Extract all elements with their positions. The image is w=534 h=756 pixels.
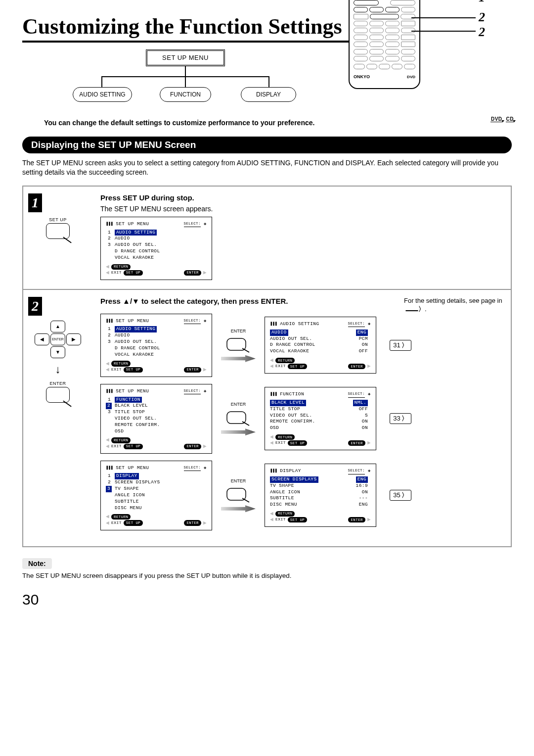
enter-button-label: ENTER [46,381,70,386]
page-ref-intro: For the setting details, see page in 〉. [404,297,503,314]
step-1-subtext: The SET UP MENU screen appears. [100,205,503,213]
step-2-number: 2 [28,297,42,316]
setup-button-icon [46,223,70,239]
enter-button-icon [226,335,250,353]
remote-control-illustration: ONKYODVD [349,0,420,89]
enter-button-icon [226,485,250,503]
callout-1: 1 [479,0,485,5]
note-text: The SET UP MENU screen disappears if you… [22,572,512,579]
page-ref-num: 33 [390,413,411,424]
flow-row: ❚❚❚SET UP MENUSELECT:✚1DISPLAY2SCREEN DI… [100,461,503,530]
step-1-number: 1 [28,193,42,212]
step-2: 2 ▲ ◀ENTER▶ ▼ ↓ ENTER Press ▲/▼ to selec… [23,289,511,546]
flow-arrow: ENTER [219,478,258,512]
step-1: 1 SET UP Press SET UP during stop. The S… [23,187,511,289]
flow-row: ❚❚❚SET UP MENUSELECT:✚1FUNCTION2BLACK LE… [100,384,503,454]
tree-leaf-display: DISPLAY [241,87,296,102]
setup-button-label: SET UP [46,217,70,222]
flow-right-osd: ❚❚❚AUDIO SETTINGSELECT:✚AUDIOENGAUDIO OU… [265,317,376,374]
note-label: Note: [22,558,52,569]
tree-root: SET UP MENU [146,49,225,66]
tree-leaf-function: FUNCTION [160,87,211,102]
preference-text: You can change the default settings to c… [44,119,327,127]
enter-button-icon [226,409,250,426]
page-number: 30 [22,591,512,608]
flow-left-osd: ❚❚❚SET UP MENUSELECT:✚1DISPLAY2SCREEN DI… [100,461,212,530]
media-badges: DVDCD [490,116,514,122]
flow-right-osd: ❚❚❚DISPLAYSELECT:✚SCREEN DISPLAYSENGTV S… [265,464,376,527]
callout-2b: 2 [479,25,485,40]
flow-arrow: ENTER [219,402,258,435]
title-text: Customizing the Function Settings [22,15,349,39]
flow-arrow: ENTER [219,329,258,362]
step-1-osd: ❚❚❚SET UP MENUSELECT:✚1AUDIO SETTING2AUD… [100,217,212,280]
flow-row: ❚❚❚SET UP MENUSELECT:✚1AUDIO SETTING2AUD… [100,314,503,377]
flow-left-osd: ❚❚❚SET UP MENUSELECT:✚1FUNCTION2BLACK LE… [100,384,212,454]
remote-brand: ONKYO [354,74,370,79]
flow-right-osd: ❚❚❚FUNCTIONSELECT:✚BLACK LEVELNML.TITLE … [265,387,376,450]
menu-tree-diagram: SET UP MENU AUDIO SETTING FUNCTION DISPL… [72,49,299,114]
step-2-heading: Press ▲/▼ to select the category, then p… [100,297,288,305]
dpad-icon: ▲ ◀ENTER▶ ▼ [35,321,81,358]
page-ref-num: 31 [390,340,411,351]
page-title: Customizing the Function Settings [22,15,349,43]
section-heading: Displaying the SET UP MENU Screen [22,137,512,153]
page-ref-num: 35 [390,490,411,501]
tree-leaf-audio: AUDIO SETTING [73,87,132,102]
down-arrow-icon: ↓ [55,363,61,376]
intro-text: The SET UP MENU screen asks you to selec… [22,158,512,178]
step-1-heading: Press SET UP during stop. [100,193,503,202]
flow-left-osd: ❚❚❚SET UP MENUSELECT:✚1AUDIO SETTING2AUD… [100,314,212,377]
enter-button-icon [46,387,70,403]
callout-2a: 2 [479,10,485,25]
